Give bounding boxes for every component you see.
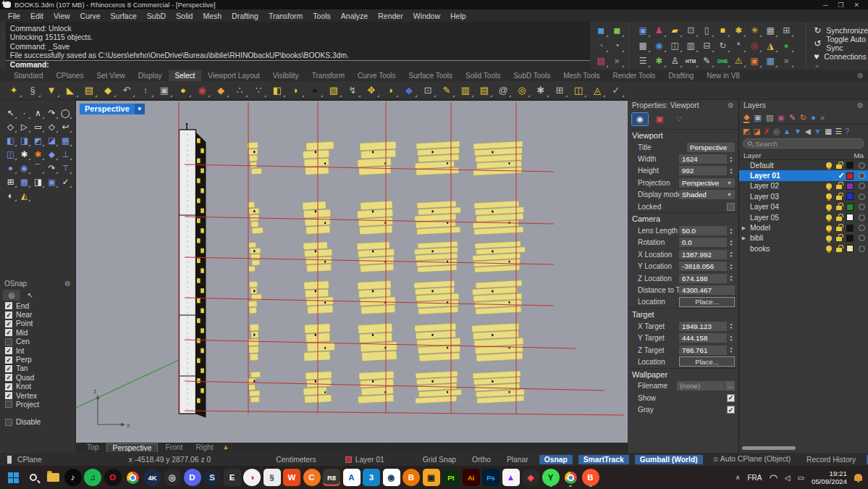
- layer-row-layer-03[interactable]: Layer 03: [739, 191, 868, 201]
- spinner-arrows[interactable]: ▲▼: [728, 262, 735, 271]
- bulb-icon[interactable]: [826, 193, 832, 199]
- toolbar-icon[interactable]: ▣: [635, 23, 651, 38]
- prop-dropdown[interactable]: Perspective▼: [679, 178, 735, 188]
- taskbar-icon-windows-start[interactable]: [4, 469, 22, 486]
- battery-icon[interactable]: ▭: [798, 474, 804, 482]
- layer-color-swatch[interactable]: [846, 172, 854, 180]
- spinner-arrows[interactable]: ▲▼: [728, 322, 735, 331]
- status-toggle-osnap[interactable]: Osnap: [539, 455, 573, 464]
- bulb-icon[interactable]: [826, 225, 832, 231]
- menu-help[interactable]: Help: [445, 11, 471, 21]
- toolbar-icon[interactable]: ◔: [609, 38, 625, 53]
- tool-icon[interactable]: ⌒: [31, 161, 45, 175]
- tool-icon[interactable]: ↖: [4, 106, 17, 120]
- bulb-icon[interactable]: [826, 235, 832, 241]
- toolbar-icon[interactable]: ◔: [593, 38, 609, 53]
- prop-checkbox[interactable]: ✓: [727, 394, 735, 402]
- prop-checkbox[interactable]: [727, 203, 735, 211]
- lock-icon[interactable]: [836, 206, 842, 210]
- taskbar-icon-steam[interactable]: S: [203, 469, 221, 486]
- checkbox[interactable]: ✓: [5, 347, 12, 354]
- taskbar-icon-rhino-8[interactable]: R8: [323, 469, 340, 486]
- spinner-arrows[interactable]: ▲▼: [728, 226, 735, 235]
- status-toggle-smarttrack[interactable]: SmartTrack: [578, 455, 629, 464]
- toolbar-icon[interactable]: ▦: [762, 23, 778, 38]
- toolbar-icon[interactable]: ⊞: [778, 23, 794, 38]
- taskbar-icon-archicad[interactable]: A: [343, 469, 361, 486]
- layer-color-swatch[interactable]: [846, 225, 854, 232]
- tool-icon[interactable]: ◭: [17, 188, 31, 202]
- osnap-near[interactable]: ✓Near: [0, 310, 75, 319]
- checkbox[interactable]: ✓: [5, 392, 12, 399]
- toolbar-icon[interactable]: ◮: [762, 38, 778, 53]
- spinner-arrows[interactable]: ▲▼: [728, 274, 735, 283]
- taskbar-icon-discord[interactable]: D: [184, 469, 201, 486]
- prop-value-field[interactable]: Perspective: [687, 143, 735, 152]
- tool-icon[interactable]: ◨: [17, 133, 31, 147]
- minimize-button[interactable]: ─: [823, 1, 827, 9]
- layers-panel-tab[interactable]: ✎: [789, 113, 796, 122]
- prop-value-field[interactable]: 992: [679, 166, 727, 175]
- command-drag-handle[interactable]: ⋮⋮: [0, 22, 6, 70]
- toolbar-icon[interactable]: ■: [715, 23, 730, 38]
- status-toggle-ortho[interactable]: Ortho: [467, 455, 496, 464]
- taskbar-icon-green-app[interactable]: Y: [542, 469, 560, 486]
- gear-icon[interactable]: ⚙: [728, 101, 734, 109]
- layer-row-bibli[interactable]: ▶bibli: [739, 233, 868, 243]
- bulb-icon[interactable]: [826, 162, 832, 168]
- toolbar-icon[interactable]: ↯: [343, 82, 362, 99]
- expand-arrow-icon[interactable]: ▶: [741, 235, 747, 241]
- layers-panel-tab[interactable]: ↻: [800, 113, 806, 122]
- toolbar-icon[interactable]: HTM: [683, 54, 699, 68]
- prop-value-field[interactable]: 444.158: [679, 333, 727, 343]
- checkbox[interactable]: ✓: [5, 356, 12, 364]
- prop-checkbox[interactable]: ✓: [727, 406, 735, 414]
- osnap-vertex[interactable]: ✓Vertex: [0, 391, 75, 400]
- viewport-tab-perspective[interactable]: Perspective: [106, 443, 159, 452]
- menu-surface[interactable]: Surface: [106, 11, 142, 21]
- viewport-title-dropdown[interactable]: Perspective ▼: [80, 104, 145, 114]
- layer-color-swatch[interactable]: [846, 204, 854, 211]
- viewport-properties-icon[interactable]: ▣: [652, 113, 667, 125]
- checkbox[interactable]: ✓: [5, 365, 12, 372]
- tool-icon[interactable]: ⊥: [59, 147, 72, 161]
- menu-tools[interactable]: Tools: [308, 11, 336, 21]
- camera-properties-icon[interactable]: ◉: [632, 113, 648, 125]
- tab-cplanes[interactable]: CPlanes: [50, 70, 90, 81]
- tab-subd-tools[interactable]: SubD Tools: [507, 70, 557, 81]
- material-icon[interactable]: [859, 225, 865, 231]
- taskbar-icon-4k-downloader[interactable]: 4K: [144, 469, 161, 486]
- layers-panel-tab[interactable]: ◆: [743, 112, 749, 123]
- taskbar-icon-opera[interactable]: O: [104, 469, 122, 486]
- status-toggle-planar[interactable]: Planar: [502, 455, 534, 464]
- menu-curve[interactable]: Curve: [75, 11, 106, 21]
- tab-solid-tools[interactable]: Solid Tools: [459, 70, 507, 81]
- tool-icon[interactable]: ▷: [17, 120, 31, 133]
- toolbar-icon[interactable]: ▤: [593, 54, 609, 68]
- tool-icon[interactable]: ↷: [45, 161, 59, 175]
- prop-value-field[interactable]: 1387.992: [679, 250, 727, 259]
- osnap-tab-snaps[interactable]: ◎: [3, 290, 20, 301]
- layer-row-default[interactable]: Default: [739, 160, 868, 170]
- taskbar-icon-search[interactable]: [25, 469, 42, 486]
- units-label[interactable]: Centimeters: [276, 456, 316, 464]
- tab-viewport-layout[interactable]: Viewport Layout: [201, 70, 266, 81]
- layers-panel-tab[interactable]: ▣: [754, 113, 761, 122]
- spinner-arrows[interactable]: ▲▼: [728, 238, 735, 247]
- tool-icon[interactable]: ▦: [59, 133, 72, 147]
- osnap-tan[interactable]: ✓Tan: [0, 364, 75, 373]
- prop-dropdown[interactable]: Shaded▼: [679, 190, 735, 199]
- volume-icon[interactable]: ◁: [785, 474, 791, 482]
- taskbar-icon-photoshop[interactable]: Ps: [482, 469, 500, 486]
- tab-select[interactable]: Select: [169, 70, 202, 81]
- prop-value-field[interactable]: 786.761: [679, 346, 727, 355]
- sync-item-connections[interactable]: ♥Connections: [814, 51, 868, 62]
- tab-new-in-v8[interactable]: New in V8: [700, 70, 746, 81]
- checkbox[interactable]: [5, 419, 12, 426]
- toolbar-icon[interactable]: ▼: [42, 82, 61, 99]
- toolbar-icon[interactable]: ✳: [746, 23, 762, 38]
- layer-color-swatch[interactable]: [846, 245, 854, 252]
- tab-render-tools[interactable]: Render Tools: [607, 70, 662, 81]
- toolbar-icon[interactable]: ♙: [667, 54, 683, 68]
- layer-row-model[interactable]: ▶Model: [739, 222, 868, 233]
